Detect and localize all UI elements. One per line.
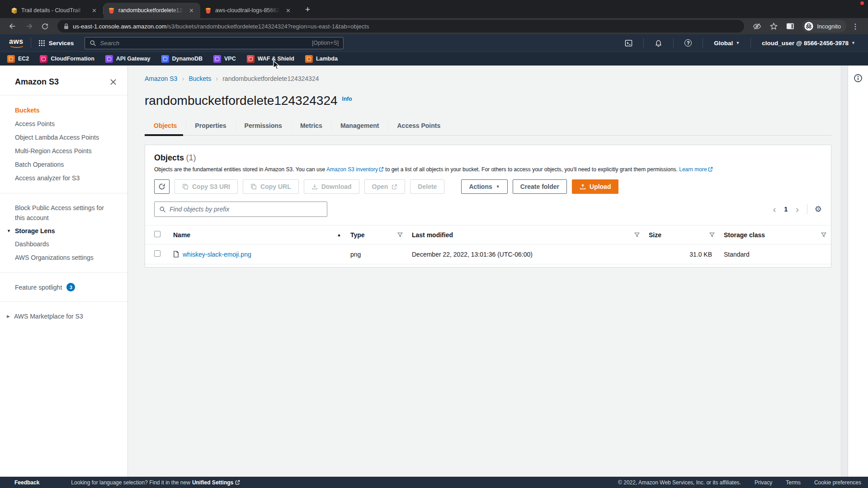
pagination: ‹ 1 › ⚙ [772, 204, 822, 214]
delete-button[interactable]: Delete [410, 179, 444, 194]
column-header-size[interactable]: Size [644, 225, 719, 244]
aws-logo[interactable]: aws [7, 38, 25, 48]
sidebar-item-object-lambda-access-points[interactable]: Object Lambda Access Points [0, 131, 127, 144]
column-header-type[interactable]: Type [346, 225, 407, 244]
sidebar-section-storage-lens[interactable]: ▼ Storage Lens [0, 225, 127, 237]
incognito-badge: Incognito [802, 20, 846, 33]
object-name-link[interactable]: whiskey-slack-emoji.png [183, 251, 251, 258]
aws-search-input[interactable] [100, 40, 308, 47]
cookie-preferences-link[interactable]: Cookie preferences [814, 479, 861, 486]
tab-objects[interactable]: Objects [145, 120, 186, 135]
sidebar-item-batch-operations[interactable]: Batch Operations [0, 158, 127, 171]
amazon-s3-inventory-link[interactable]: Amazon S3 inventory [326, 166, 378, 173]
tab-metrics[interactable]: Metrics [291, 120, 331, 135]
filter-icon[interactable] [634, 232, 640, 238]
external-link-icon [392, 184, 397, 190]
address-bar[interactable]: us-east-1.console.aws.amazon.com/s3/buck… [57, 20, 744, 33]
button-label: Copy URL [260, 183, 291, 190]
cloudshell-icon[interactable] [619, 39, 638, 47]
download-button[interactable]: Download [304, 179, 359, 194]
terms-link[interactable]: Terms [786, 479, 801, 486]
column-header-name[interactable]: Name▲ [169, 225, 346, 244]
favorite-dynamodb[interactable]: DynamoDB [161, 55, 203, 63]
feedback-link[interactable]: Feedback [14, 479, 39, 486]
browser-tab-logs[interactable]: aws-cloudtrail-logs-85662456 ✕ [200, 3, 297, 18]
close-tab-icon[interactable]: ✕ [187, 6, 196, 15]
browser-menu-icon[interactable]: ⋮ [848, 22, 863, 31]
column-header-storage-class[interactable]: Storage class [719, 225, 831, 244]
eye-off-icon[interactable] [750, 20, 764, 33]
bookmark-star-icon[interactable] [766, 20, 781, 33]
favorite-lambda[interactable]: Lambda [305, 55, 338, 63]
filter-icon[interactable] [709, 232, 715, 238]
browser-tab-bucket-active[interactable]: randombucketfordelete124324 ✕ [104, 3, 200, 18]
favorite-cloudformation[interactable]: CloudFormation [40, 55, 94, 63]
info-icon[interactable] [854, 74, 863, 83]
sidebar-item-multi-region-access-points[interactable]: Multi-Region Access Points [0, 144, 127, 158]
sidebar-item-aws-organizations-settings[interactable]: AWS Organizations settings [0, 251, 127, 264]
upload-button[interactable]: Upload [572, 179, 618, 194]
previous-page-icon[interactable]: ‹ [772, 205, 777, 214]
scrollbar[interactable] [841, 66, 848, 477]
divider [807, 204, 807, 214]
sidebar-item-block-public-access[interactable]: Block Public Access settings for this ac… [0, 202, 127, 225]
open-button[interactable]: Open [364, 179, 406, 194]
browser-tab-cloudtrail[interactable]: Trail details - CloudTrail ✕ [6, 3, 103, 18]
find-objects-input[interactable] [170, 206, 322, 213]
favorite-ec2[interactable]: EC2 [7, 55, 29, 63]
back-icon[interactable] [5, 20, 20, 32]
region-selector[interactable]: Global ▼ [708, 40, 745, 47]
column-header-last-modified[interactable]: Last modified [407, 225, 644, 244]
marketplace-label: AWS Marketplace for S3 [14, 313, 83, 320]
side-panel-icon[interactable] [783, 20, 797, 32]
aws-search-box[interactable]: [Option+S] [85, 37, 344, 49]
sidebar-section-marketplace[interactable]: ▶ AWS Marketplace for S3 [0, 310, 127, 323]
new-tab-button[interactable]: + [302, 5, 313, 14]
actions-dropdown-button[interactable]: Actions ▼ [461, 179, 507, 194]
filter-icon[interactable] [397, 232, 403, 238]
tab-properties[interactable]: Properties [186, 120, 235, 135]
create-folder-button[interactable]: Create folder [513, 179, 567, 194]
help-panel-strip [848, 66, 868, 477]
favorite-api-gateway[interactable]: API Gateway [105, 55, 151, 63]
forward-icon[interactable] [22, 20, 36, 32]
tab-management[interactable]: Management [331, 120, 388, 135]
breadcrumb-amazon-s3[interactable]: Amazon S3 [145, 75, 177, 82]
sidebar-item-access-points[interactable]: Access Points [0, 117, 127, 131]
favorite-vpc[interactable]: VPC [213, 55, 236, 63]
browser-url-bar: us-east-1.console.aws.amazon.com/s3/buck… [0, 18, 868, 34]
notifications-bell-icon[interactable] [649, 39, 668, 47]
close-tab-icon[interactable]: ✕ [284, 6, 292, 15]
info-link[interactable]: Info [342, 96, 352, 102]
sidebar-close-icon[interactable] [110, 79, 117, 85]
sidebar-item-access-analyzer[interactable]: Access analyzer for S3 [0, 171, 127, 185]
help-icon[interactable]: ? [679, 39, 697, 47]
unified-settings-link[interactable]: Unified Settings [192, 479, 233, 486]
services-menu[interactable]: Services [37, 40, 76, 47]
close-tab-icon[interactable]: ✕ [90, 6, 99, 15]
refresh-button[interactable] [154, 179, 170, 194]
sidebar-item-buckets[interactable]: Buckets [0, 103, 127, 117]
next-page-icon[interactable]: › [795, 205, 800, 214]
favorite-waf-shield[interactable]: WAF & Shield [247, 55, 294, 63]
tab-access-points[interactable]: Access Points [388, 120, 449, 135]
table-settings-gear-icon[interactable]: ⚙ [815, 204, 822, 214]
learn-more-link[interactable]: Learn more [679, 166, 707, 173]
favorite-label: DynamoDB [172, 56, 203, 62]
sidebar-item-feature-spotlight[interactable]: Feature spotlight 3 [0, 281, 127, 293]
copy-url-button[interactable]: Copy URL [243, 179, 299, 194]
privacy-link[interactable]: Privacy [755, 479, 772, 486]
row-checkbox[interactable] [154, 250, 160, 257]
favorite-label: VPC [224, 56, 236, 62]
page-title: randombucketfordelete124324324 [145, 94, 338, 108]
reload-icon[interactable] [38, 21, 52, 32]
find-objects-search-box[interactable] [154, 202, 327, 217]
download-icon [311, 183, 318, 190]
copy-s3-uri-button[interactable]: Copy S3 URI [175, 179, 238, 194]
filter-icon[interactable] [821, 232, 826, 238]
select-all-checkbox[interactable] [154, 231, 160, 237]
tab-permissions[interactable]: Permissions [236, 120, 291, 135]
breadcrumb-buckets[interactable]: Buckets [189, 75, 211, 82]
sidebar-item-dashboards[interactable]: Dashboards [0, 237, 127, 251]
account-menu[interactable]: cloud_user @ 8566-2456-3978 ▼ [756, 40, 861, 47]
